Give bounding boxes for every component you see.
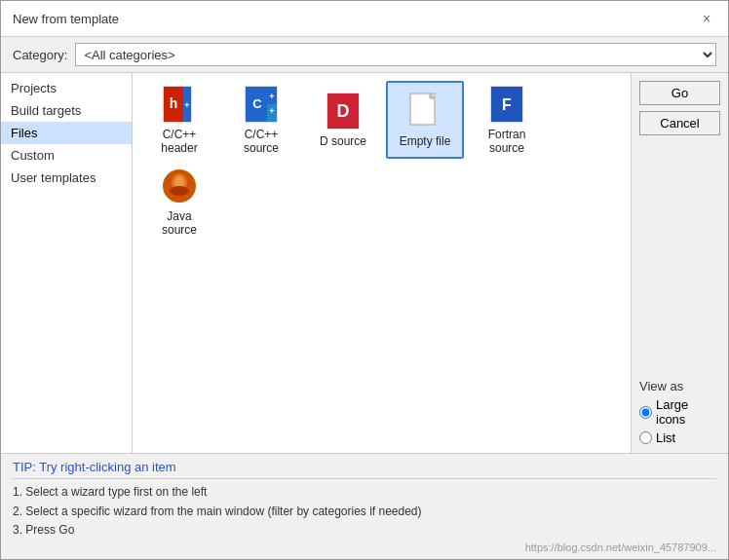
- view-large-icons-option[interactable]: Large icons: [639, 397, 720, 427]
- close-button[interactable]: ×: [697, 9, 716, 28]
- sidebar-item-projects[interactable]: Projects: [1, 77, 132, 99]
- fortran-source-icon: F: [487, 85, 526, 124]
- icon-cpp-source[interactable]: C + + C/C++source: [222, 81, 300, 159]
- sidebar: Projects Build targets Files Custom User…: [1, 73, 133, 453]
- category-label: Category:: [13, 48, 67, 62]
- tip-prefix: TIP:: [13, 460, 39, 474]
- view-as-label: View as: [639, 379, 720, 393]
- d-source-icon: D: [324, 92, 363, 131]
- fortran-source-label: Fortransource: [488, 128, 526, 156]
- svg-point-26: [170, 186, 189, 196]
- tip-text: Try right-clicking an item: [39, 460, 175, 474]
- sidebar-item-user-templates[interactable]: User templates: [1, 167, 132, 189]
- cpp-header-label: C/C++header: [161, 128, 197, 156]
- instruction-2: 2. Select a specific wizard from the mai…: [13, 503, 716, 521]
- sidebar-item-build-targets[interactable]: Build targets: [1, 99, 132, 122]
- bottom-area: TIP: Try right-clicking an item 1. Selec…: [1, 453, 728, 559]
- title-bar: New from template ×: [1, 1, 728, 37]
- svg-text:D: D: [337, 101, 350, 121]
- svg-text:+: +: [184, 100, 189, 110]
- empty-file-label: Empty file: [400, 134, 451, 148]
- svg-text:F: F: [502, 96, 512, 113]
- cpp-source-icon: C + +: [242, 85, 281, 124]
- icon-empty-file[interactable]: Empty file: [386, 81, 464, 159]
- instruction-1: 1. Select a wizard type first on the lef…: [13, 483, 716, 502]
- cancel-button[interactable]: Cancel: [639, 111, 720, 135]
- icon-cpp-header[interactable]: h + C/C++header: [140, 81, 218, 159]
- instruction-3: 3. Press Go: [13, 521, 716, 540]
- svg-text:h: h: [170, 95, 178, 111]
- dialog-title: New from template: [13, 12, 119, 26]
- svg-text:+: +: [269, 92, 274, 101]
- category-bar: Category: <All categories>C/C++DFortranJ…: [1, 37, 728, 73]
- content-area: h + C/C++header C: [133, 73, 631, 453]
- dialog: New from template × Category: <All categ…: [0, 0, 729, 560]
- view-list-label: List: [656, 430, 675, 445]
- sidebar-item-custom[interactable]: Custom: [1, 144, 132, 167]
- right-panel: Go Cancel View as Large icons List: [631, 73, 728, 453]
- main-area: Projects Build targets Files Custom User…: [1, 73, 728, 453]
- divider: [13, 478, 716, 479]
- java-source-icon: [160, 167, 199, 205]
- watermark: https://blog.csdn.net/weixin_45787909...: [13, 541, 716, 553]
- view-list-radio[interactable]: [639, 431, 652, 444]
- svg-text:C: C: [252, 96, 262, 111]
- svg-text:+: +: [269, 106, 274, 116]
- cpp-header-icon: h +: [160, 85, 199, 124]
- empty-file-icon: [405, 92, 444, 131]
- sidebar-item-files[interactable]: Files: [1, 122, 132, 144]
- d-source-label: D source: [320, 134, 366, 148]
- view-as-section: View as Large icons List: [639, 379, 720, 445]
- instructions: 1. Select a wizard type first on the lef…: [13, 483, 716, 540]
- view-list-option[interactable]: List: [639, 430, 720, 445]
- java-source-label: Javasource: [162, 209, 197, 238]
- icon-fortran-source[interactable]: F Fortransource: [468, 81, 546, 159]
- tip-line: TIP: Try right-clicking an item: [13, 460, 716, 474]
- go-button[interactable]: Go: [639, 81, 720, 105]
- view-large-icons-label: Large icons: [656, 397, 720, 427]
- view-large-icons-radio[interactable]: [639, 406, 652, 419]
- icon-d-source[interactable]: D D source: [304, 81, 382, 159]
- cpp-source-label: C/C++source: [244, 128, 279, 156]
- icons-grid: h + C/C++header C: [140, 81, 623, 241]
- icon-java-source[interactable]: Javasource: [140, 163, 218, 241]
- category-select[interactable]: <All categories>C/C++DFortranJava: [75, 43, 716, 66]
